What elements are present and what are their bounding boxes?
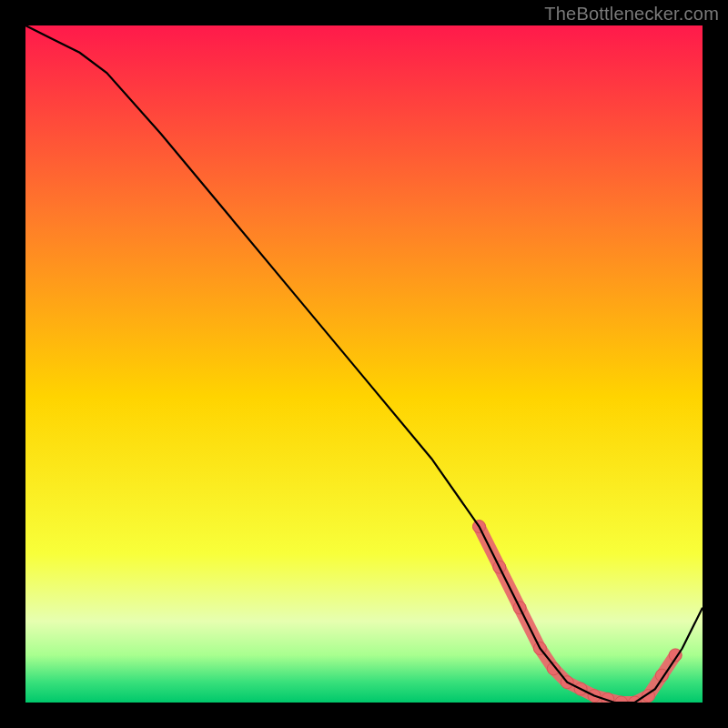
chart-svg — [25, 25, 703, 703]
plot-area — [25, 25, 703, 703]
attribution-label: TheBottlenecker.com — [544, 4, 719, 25]
chart-container: TheBottlenecker.com — [0, 0, 728, 728]
gradient-background — [25, 25, 703, 703]
